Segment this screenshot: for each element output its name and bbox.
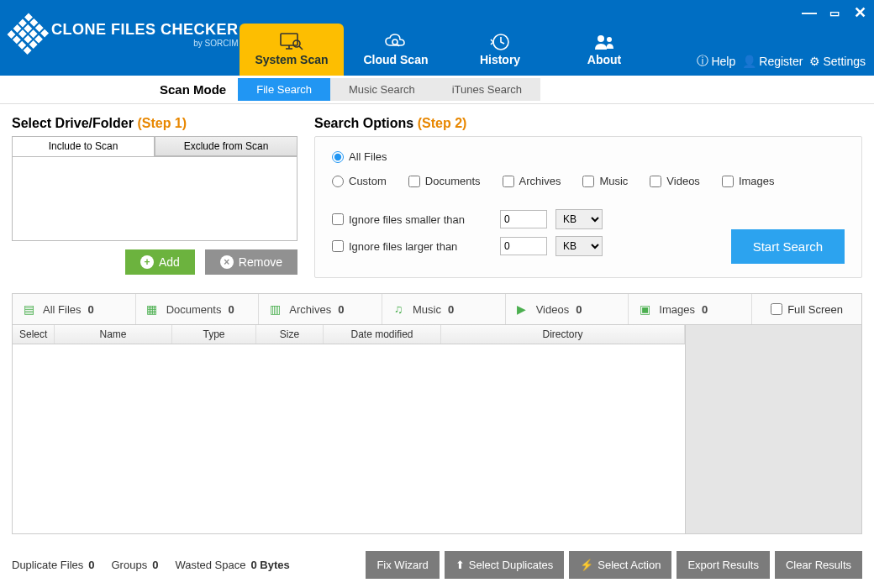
ignore-larger[interactable]: Ignore files larger than [332, 240, 492, 253]
start-search-button[interactable]: Start Search [731, 229, 845, 264]
settings-link[interactable]: ⚙Settings [809, 54, 866, 69]
results-table: Select Name Type Size Date modified Dire… [12, 324, 862, 534]
fullscreen-toggle[interactable]: Full Screen [771, 303, 843, 316]
tab-about[interactable]: About [552, 24, 656, 76]
history-icon [490, 33, 510, 51]
opt-documents[interactable]: Documents [408, 175, 481, 187]
logo-icon [6, 12, 51, 57]
include-tab[interactable]: Include to Scan [13, 137, 155, 156]
col-size[interactable]: Size [256, 325, 324, 344]
tab-history[interactable]: History [448, 24, 552, 76]
opt-music[interactable]: Music [582, 175, 628, 187]
export-results-button[interactable]: Export Results [677, 551, 770, 579]
x-icon [220, 255, 234, 269]
select-duplicates-button[interactable]: ⬆Select Duplicates [445, 551, 564, 579]
cat-images[interactable]: ▣Images0 [629, 294, 752, 324]
col-name[interactable]: Name [55, 325, 172, 344]
cat-count: 0 [228, 303, 234, 316]
fullscreen-label: Full Screen [787, 303, 843, 316]
cat-archives[interactable]: ▥Archives0 [259, 294, 382, 324]
titlebar: CLONE FILES CHECKER by SORCIM System Sca… [0, 0, 874, 76]
smaller-unit[interactable]: KB [555, 209, 603, 229]
music-icon: ♫ [391, 302, 406, 317]
scan-mode-row: Scan Mode File Search Music Search iTune… [0, 76, 874, 104]
documents-check[interactable] [408, 176, 420, 187]
music-label: Music [599, 175, 628, 187]
larger-unit[interactable]: KB [555, 236, 603, 256]
fix-wizard-button[interactable]: Fix Wizard [366, 551, 439, 579]
groups-label: Groups [112, 559, 148, 571]
opt-custom[interactable]: Custom [332, 175, 387, 187]
register-link[interactable]: 👤Register [742, 54, 803, 69]
cat-videos[interactable]: ▶Videos0 [506, 294, 629, 324]
tab-label: Cloud Scan [363, 53, 428, 66]
mode-file-search[interactable]: File Search [238, 78, 330, 101]
window-controls: — ▭ ✕ [800, 3, 869, 22]
smaller-value[interactable] [500, 210, 547, 228]
mode-music-search[interactable]: Music Search [330, 78, 434, 101]
document-icon: ▦ [145, 302, 160, 317]
groups-count: 0 [152, 559, 158, 571]
archive-icon: ▥ [267, 302, 282, 317]
custom-radio[interactable] [332, 176, 344, 187]
fullscreen-check[interactable] [771, 303, 782, 315]
remove-button[interactable]: Remove [205, 249, 297, 275]
videos-label: Videos [666, 175, 700, 187]
opt-videos[interactable]: Videos [650, 175, 700, 187]
cloud-search-icon [384, 33, 408, 51]
opt-all-files[interactable]: All Files [332, 150, 387, 163]
col-date[interactable]: Date modified [324, 325, 441, 344]
footer: Duplicate Files0 Groups0 Wasted Space0 B… [0, 541, 874, 588]
add-button[interactable]: Add [125, 249, 195, 275]
step1-title-text: Select Drive/Folder [12, 116, 134, 130]
help-link[interactable]: ⓘHelp [697, 54, 735, 69]
minimize-button[interactable]: — [800, 3, 819, 22]
mode-itunes-search[interactable]: iTunes Search [434, 78, 540, 101]
ignore-smaller-check[interactable] [332, 213, 344, 225]
opt-images[interactable]: Images [722, 175, 775, 187]
cat-label: Archives [289, 303, 331, 316]
cat-music[interactable]: ♫Music0 [382, 294, 506, 324]
add-label: Add [159, 255, 180, 269]
tab-cloud-scan[interactable]: Cloud Scan [344, 24, 448, 76]
all-files-radio[interactable] [332, 151, 344, 163]
help-label: Help [711, 55, 735, 68]
clear-results-button[interactable]: Clear Results [775, 551, 862, 579]
app-logo: CLONE FILES CHECKER by SORCIM [13, 18, 239, 50]
col-select[interactable]: Select [13, 325, 55, 344]
gear-icon: ⚙ [809, 55, 820, 68]
monitor-search-icon [280, 33, 303, 51]
stat-groups: Groups0 [112, 559, 159, 571]
category-row: ▤All Files0 ▦Documents0 ▥Archives0 ♫Musi… [12, 293, 862, 324]
archives-check[interactable] [503, 176, 514, 187]
ignore-smaller[interactable]: Ignore files smaller than [332, 213, 492, 226]
tab-system-scan[interactable]: System Scan [240, 24, 344, 76]
larger-value[interactable] [500, 237, 547, 255]
remove-label: Remove [239, 255, 282, 269]
opt-archives[interactable]: Archives [503, 175, 561, 187]
cat-documents[interactable]: ▦Documents0 [136, 294, 260, 324]
register-label: Register [759, 55, 803, 68]
folder-panel: Include to Scan Exclude from Scan [12, 136, 297, 241]
tab-label: System Scan [255, 53, 328, 66]
folder-list[interactable] [13, 156, 297, 240]
images-check[interactable] [722, 176, 734, 187]
col-type[interactable]: Type [172, 325, 256, 344]
col-directory[interactable]: Directory [441, 325, 685, 344]
select-action-button[interactable]: ⚡Select Action [569, 551, 671, 579]
videos-check[interactable] [650, 176, 661, 187]
music-check[interactable] [582, 176, 594, 187]
app-title: CLONE FILES CHECKER [51, 21, 239, 39]
results-scrollbar[interactable] [685, 325, 861, 533]
close-button[interactable]: ✕ [850, 3, 869, 22]
exclude-tab[interactable]: Exclude from Scan [155, 137, 297, 156]
cat-count: 0 [88, 303, 94, 316]
cat-all-files[interactable]: ▤All Files0 [13, 294, 136, 324]
cat-label: Images [659, 303, 695, 316]
maximize-button[interactable]: ▭ [825, 3, 844, 22]
tab-label: About [587, 53, 621, 66]
lightning-icon: ⚡ [580, 559, 593, 571]
header-links: ⓘHelp 👤Register ⚙Settings [697, 54, 866, 69]
ignore-larger-check[interactable] [332, 240, 344, 252]
app-vendor: by SORCIM [51, 39, 239, 48]
